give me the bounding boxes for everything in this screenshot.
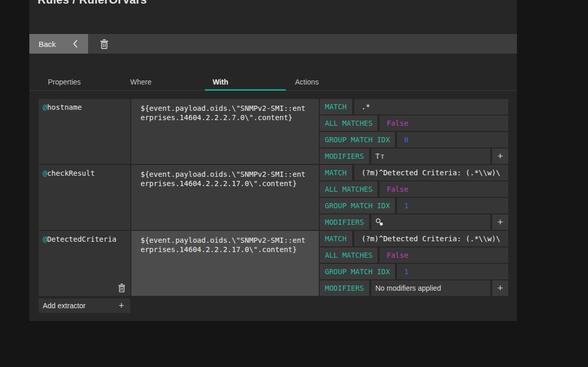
extractor-name-field[interactable]: @checkResult bbox=[39, 165, 130, 230]
toolbar: Back bbox=[29, 34, 517, 54]
no-modifiers-text: No modifiers applied bbox=[375, 284, 441, 292]
modifiers-value-field[interactable] bbox=[371, 214, 490, 230]
group-match-idx-value-field[interactable]: 1 bbox=[397, 198, 508, 213]
add-modifier-button[interactable]: + bbox=[492, 280, 508, 296]
modifiers-value-field[interactable]: Tт bbox=[371, 148, 490, 164]
plus-icon: + bbox=[497, 151, 503, 162]
all-matches-value-field[interactable]: False bbox=[379, 247, 508, 263]
tab-with[interactable]: With bbox=[204, 74, 287, 90]
plus-icon: + bbox=[118, 301, 124, 311]
match-value-field[interactable]: (?m)^Detected Criteria: (.*\\w)\ bbox=[354, 231, 508, 246]
add-extractor-label: Add extractor bbox=[43, 302, 85, 310]
modifiers-label: MODIFIERS bbox=[320, 280, 369, 296]
tab-properties[interactable]: Properties bbox=[40, 74, 122, 90]
all-matches-value-field[interactable]: False bbox=[379, 181, 508, 197]
plus-icon: + bbox=[497, 216, 503, 228]
extractor-fields: MATCH (?m)^Detected Criteria: (.*\\w)\ A… bbox=[320, 231, 508, 296]
plus-icon: + bbox=[497, 282, 503, 294]
extractor-table: @hostname ${event.payload.oids.\"SNMPv2-… bbox=[39, 99, 508, 297]
add-modifier-button[interactable]: + bbox=[492, 148, 508, 164]
all-matches-value-field[interactable]: False bbox=[379, 115, 508, 131]
extractor-name: DetectedCriteria bbox=[47, 235, 116, 243]
extractor-row-detectedcriteria: @DetectedCriteria ${event.payload.oids.\… bbox=[39, 231, 508, 296]
back-button[interactable]: Back bbox=[29, 34, 88, 54]
match-value-field[interactable]: (?m)^Detected Criteria: (.*\\w)\ bbox=[354, 165, 508, 180]
delete-extractor-button[interactable] bbox=[117, 283, 126, 293]
delete-rule-button[interactable] bbox=[93, 34, 115, 54]
extractor-source-field[interactable]: ${event.payload.oids.\"SNMPv2-SMI::enter… bbox=[131, 231, 319, 296]
tab-actions[interactable]: Actions bbox=[287, 74, 369, 90]
trash-icon bbox=[118, 283, 126, 292]
all-matches-label: ALL MATCHES bbox=[320, 247, 377, 263]
all-matches-label: ALL MATCHES bbox=[320, 115, 377, 131]
group-match-idx-label: GROUP MATCH IDX bbox=[320, 198, 395, 213]
tab-bar: Properties Where With Actions bbox=[29, 74, 517, 91]
extractor-row-hostname: @hostname ${event.payload.oids.\"SNMPv2-… bbox=[39, 99, 508, 164]
extractor-fields: MATCH (?m)^Detected Criteria: (.*\\w)\ A… bbox=[320, 165, 508, 230]
match-label: MATCH bbox=[320, 231, 352, 246]
trash-icon bbox=[100, 39, 109, 49]
add-modifier-button[interactable]: + bbox=[492, 214, 508, 230]
extractor-name-field[interactable]: @hostname bbox=[39, 99, 130, 164]
page-title: Rules / RulerOrVars bbox=[38, 0, 147, 6]
extractor-fields: MATCH .* ALL MATCHES False GROUP MATCH I… bbox=[320, 99, 508, 164]
text-transform-icon: Tт bbox=[375, 152, 385, 160]
extractor-source-field[interactable]: ${event.payload.oids.\"SNMPv2-SMI::enter… bbox=[131, 99, 319, 164]
add-extractor-button[interactable]: Add extractor + bbox=[39, 298, 130, 313]
group-match-idx-value-field[interactable]: 0 bbox=[397, 132, 508, 147]
all-matches-label: ALL MATCHES bbox=[320, 181, 377, 197]
rule-editor-panel: Rules / RulerOrVars Back Properties Whe bbox=[29, 0, 517, 321]
modifiers-label: MODIFIERS bbox=[320, 214, 369, 230]
extractor-row-checkresult: @checkResult ${event.payload.oids.\"SNMP… bbox=[39, 165, 508, 230]
group-match-idx-value-field[interactable]: 1 bbox=[397, 264, 508, 279]
extractor-name: hostname bbox=[47, 103, 81, 111]
match-label: MATCH bbox=[320, 99, 352, 114]
modifiers-value-field[interactable]: No modifiers applied bbox=[371, 280, 490, 296]
extractor-name-field[interactable]: @DetectedCriteria bbox=[39, 231, 130, 296]
extractor-source-field[interactable]: ${event.payload.oids.\"SNMPv2-SMI::enter… bbox=[131, 165, 319, 230]
group-match-idx-label: GROUP MATCH IDX bbox=[320, 264, 395, 279]
key-modifier-icon bbox=[375, 218, 384, 226]
modifiers-label: MODIFIERS bbox=[320, 148, 369, 164]
match-label: MATCH bbox=[320, 165, 352, 180]
back-button-label: Back bbox=[39, 40, 56, 48]
match-value-field[interactable]: .* bbox=[354, 99, 508, 114]
tab-where[interactable]: Where bbox=[122, 74, 204, 90]
extractor-name: checkResult bbox=[47, 169, 95, 177]
chevron-left-icon bbox=[73, 40, 78, 48]
group-match-idx-label: GROUP MATCH IDX bbox=[320, 132, 395, 147]
